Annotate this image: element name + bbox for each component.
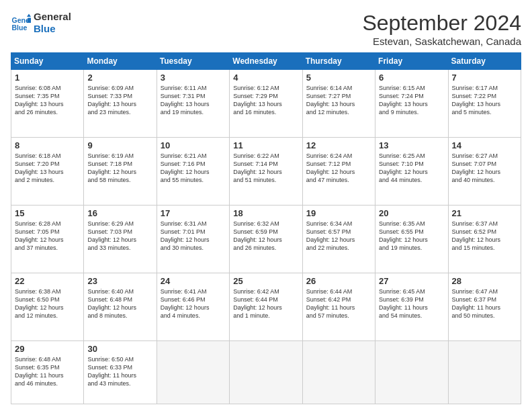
calendar-cell: 20Sunrise: 6:35 AM Sunset: 6:55 PM Dayli… [375,205,448,273]
cell-info: Sunrise: 6:47 AM Sunset: 6:37 PM Dayligh… [452,287,517,320]
weekday-header: Tuesday [157,53,229,70]
day-number: 12 [306,140,371,150]
calendar-header-row: SundayMondayTuesdayWednesdayThursdayFrid… [11,53,521,70]
calendar-cell: 23Sunrise: 6:40 AM Sunset: 6:48 PM Dayli… [84,273,157,340]
weekday-header: Wednesday [230,53,302,70]
cell-info: Sunrise: 6:37 AM Sunset: 6:52 PM Dayligh… [452,220,517,253]
cell-info: Sunrise: 6:11 AM Sunset: 7:31 PM Dayligh… [161,84,226,117]
cell-info: Sunrise: 6:27 AM Sunset: 7:07 PM Dayligh… [452,152,517,185]
cell-info: Sunrise: 6:21 AM Sunset: 7:16 PM Dayligh… [161,152,226,185]
calendar-cell: 13Sunrise: 6:25 AM Sunset: 7:10 PM Dayli… [375,137,448,205]
weekday-header: Friday [375,53,448,70]
day-number: 26 [306,276,371,286]
day-number: 13 [379,140,444,150]
logo-line1: General [34,11,71,23]
month-title: September 2024 [362,11,521,36]
day-number: 28 [452,276,517,286]
calendar-cell: 21Sunrise: 6:37 AM Sunset: 6:52 PM Dayli… [448,205,521,273]
cell-info: Sunrise: 6:22 AM Sunset: 7:14 PM Dayligh… [233,152,298,185]
cell-info: Sunrise: 6:09 AM Sunset: 7:33 PM Dayligh… [87,84,152,117]
calendar-cell: 4Sunrise: 6:12 AM Sunset: 7:29 PM Daylig… [230,70,302,138]
day-number: 4 [233,73,298,83]
calendar-cell: 5Sunrise: 6:14 AM Sunset: 7:27 PM Daylig… [302,70,375,138]
calendar-cell: 15Sunrise: 6:28 AM Sunset: 7:05 PM Dayli… [11,205,84,273]
day-number: 9 [87,140,152,150]
day-number: 20 [379,208,444,218]
weekday-header: Sunday [11,53,84,70]
cell-info: Sunrise: 6:25 AM Sunset: 7:10 PM Dayligh… [379,152,444,185]
calendar-cell: 12Sunrise: 6:24 AM Sunset: 7:12 PM Dayli… [302,137,375,205]
cell-info: Sunrise: 6:40 AM Sunset: 6:48 PM Dayligh… [87,287,152,320]
calendar-cell: 2Sunrise: 6:09 AM Sunset: 7:33 PM Daylig… [84,70,157,138]
title-block: September 2024 Estevan, Saskatchewan, Ca… [362,11,521,47]
day-number: 6 [379,73,444,83]
cell-info: Sunrise: 6:08 AM Sunset: 7:35 PM Dayligh… [15,84,80,117]
cell-info: Sunrise: 6:19 AM Sunset: 7:18 PM Dayligh… [87,152,152,185]
location-title: Estevan, Saskatchewan, Canada [362,36,521,47]
day-number: 24 [161,276,226,286]
cell-info: Sunrise: 6:18 AM Sunset: 7:20 PM Dayligh… [15,152,80,185]
calendar-cell [448,340,521,404]
cell-info: Sunrise: 6:28 AM Sunset: 7:05 PM Dayligh… [15,220,80,253]
day-number: 30 [87,344,152,354]
cell-info: Sunrise: 6:17 AM Sunset: 7:22 PM Dayligh… [452,84,517,117]
day-number: 8 [15,140,80,150]
logo-line2: Blue [34,23,71,35]
calendar-cell: 6Sunrise: 6:15 AM Sunset: 7:24 PM Daylig… [375,70,448,138]
calendar-cell: 10Sunrise: 6:21 AM Sunset: 7:16 PM Dayli… [157,137,229,205]
calendar-cell: 8Sunrise: 6:18 AM Sunset: 7:20 PM Daylig… [11,137,84,205]
calendar-cell: 3Sunrise: 6:11 AM Sunset: 7:31 PM Daylig… [157,70,229,138]
calendar-cell: 27Sunrise: 6:45 AM Sunset: 6:39 PM Dayli… [375,273,448,340]
calendar-cell: 9Sunrise: 6:19 AM Sunset: 7:18 PM Daylig… [84,137,157,205]
day-number: 22 [15,276,80,286]
svg-text:Blue: Blue [12,24,28,32]
calendar-cell: 25Sunrise: 6:42 AM Sunset: 6:44 PM Dayli… [230,273,302,340]
cell-info: Sunrise: 6:32 AM Sunset: 6:59 PM Dayligh… [233,220,298,253]
cell-info: Sunrise: 6:24 AM Sunset: 7:12 PM Dayligh… [306,152,371,185]
calendar-cell: 11Sunrise: 6:22 AM Sunset: 7:14 PM Dayli… [230,137,302,205]
calendar-table: SundayMondayTuesdayWednesdayThursdayFrid… [11,52,521,404]
cell-info: Sunrise: 6:41 AM Sunset: 6:46 PM Dayligh… [161,287,226,320]
calendar-cell: 26Sunrise: 6:44 AM Sunset: 6:42 PM Dayli… [302,273,375,340]
calendar-week-row: 22Sunrise: 6:38 AM Sunset: 6:50 PM Dayli… [11,273,521,340]
day-number: 19 [306,208,371,218]
day-number: 16 [87,208,152,218]
day-number: 5 [306,73,371,83]
day-number: 21 [452,208,517,218]
calendar-week-row: 8Sunrise: 6:18 AM Sunset: 7:20 PM Daylig… [11,137,521,205]
cell-info: Sunrise: 6:12 AM Sunset: 7:29 PM Dayligh… [233,84,298,117]
cell-info: Sunrise: 6:34 AM Sunset: 6:57 PM Dayligh… [306,220,371,253]
day-number: 3 [161,73,226,83]
weekday-header: Saturday [448,53,521,70]
day-number: 17 [161,208,226,218]
cell-info: Sunrise: 6:35 AM Sunset: 6:55 PM Dayligh… [379,220,444,253]
calendar-cell: 16Sunrise: 6:29 AM Sunset: 7:03 PM Dayli… [84,205,157,273]
cell-info: Sunrise: 6:50 AM Sunset: 6:33 PM Dayligh… [87,355,152,388]
calendar-cell: 22Sunrise: 6:38 AM Sunset: 6:50 PM Dayli… [11,273,84,340]
calendar-cell: 24Sunrise: 6:41 AM Sunset: 6:46 PM Dayli… [157,273,229,340]
day-number: 7 [452,73,517,83]
cell-info: Sunrise: 6:45 AM Sunset: 6:39 PM Dayligh… [379,287,444,320]
day-number: 15 [15,208,80,218]
calendar-week-row: 15Sunrise: 6:28 AM Sunset: 7:05 PM Dayli… [11,205,521,273]
calendar-week-row: 1Sunrise: 6:08 AM Sunset: 7:35 PM Daylig… [11,70,521,138]
day-number: 23 [87,276,152,286]
day-number: 1 [15,73,80,83]
day-number: 27 [379,276,444,286]
cell-info: Sunrise: 6:38 AM Sunset: 6:50 PM Dayligh… [15,287,80,320]
day-number: 29 [15,344,80,354]
calendar-cell: 30Sunrise: 6:50 AM Sunset: 6:33 PM Dayli… [84,340,157,404]
cell-info: Sunrise: 6:29 AM Sunset: 7:03 PM Dayligh… [87,220,152,253]
logo-icon: General Blue [11,13,31,33]
weekday-header: Thursday [302,53,375,70]
cell-info: Sunrise: 6:44 AM Sunset: 6:42 PM Dayligh… [306,287,371,320]
calendar-cell: 1Sunrise: 6:08 AM Sunset: 7:35 PM Daylig… [11,70,84,138]
cell-info: Sunrise: 6:14 AM Sunset: 7:27 PM Dayligh… [306,84,371,117]
cell-info: Sunrise: 6:48 AM Sunset: 6:35 PM Dayligh… [15,355,80,388]
calendar-cell [302,340,375,404]
day-number: 18 [233,208,298,218]
calendar-cell: 17Sunrise: 6:31 AM Sunset: 7:01 PM Dayli… [157,205,229,273]
day-number: 10 [161,140,226,150]
calendar-cell: 29Sunrise: 6:48 AM Sunset: 6:35 PM Dayli… [11,340,84,404]
calendar-week-row: 29Sunrise: 6:48 AM Sunset: 6:35 PM Dayli… [11,340,521,404]
